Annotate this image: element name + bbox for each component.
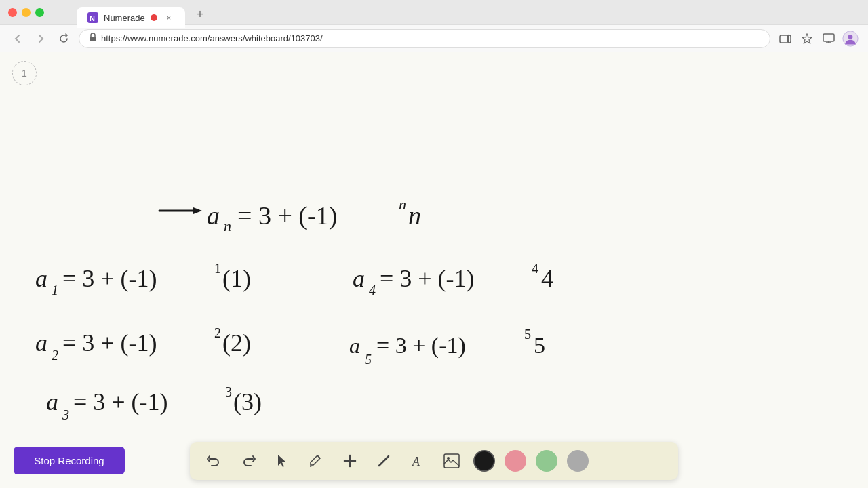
redo-icon bbox=[241, 453, 256, 468]
select-tool-button[interactable] bbox=[270, 449, 294, 473]
forward-button[interactable] bbox=[33, 30, 49, 47]
image-button[interactable] bbox=[439, 449, 464, 473]
stop-recording-button[interactable]: Stop Recording bbox=[14, 447, 125, 474]
text-tool-button[interactable]: A bbox=[406, 449, 430, 473]
eraser-icon bbox=[376, 453, 391, 468]
svg-marker-5 bbox=[802, 34, 812, 43]
new-tab-button[interactable]: + bbox=[191, 5, 210, 24]
svg-text:5: 5 bbox=[365, 352, 372, 367]
pen-tool-button[interactable] bbox=[304, 449, 328, 473]
color-gray[interactable] bbox=[567, 450, 589, 472]
svg-text:= 3 + (-1): = 3 + (-1) bbox=[376, 333, 466, 359]
svg-text:3: 3 bbox=[62, 407, 69, 422]
redo-button[interactable] bbox=[236, 449, 260, 473]
pen-icon bbox=[309, 453, 323, 468]
back-icon bbox=[12, 33, 23, 44]
close-window-button[interactable] bbox=[8, 8, 17, 17]
svg-text:4: 4 bbox=[541, 265, 553, 292]
undo-button[interactable] bbox=[202, 449, 226, 473]
close-tab-button[interactable]: × bbox=[163, 12, 174, 23]
svg-text:a: a bbox=[353, 265, 365, 292]
svg-rect-6 bbox=[823, 34, 834, 41]
select-icon bbox=[275, 453, 290, 468]
browser-toolbar-right bbox=[777, 30, 859, 47]
svg-text:2: 2 bbox=[214, 325, 221, 340]
active-tab[interactable]: N Numerade × bbox=[77, 7, 185, 28]
color-black[interactable] bbox=[473, 450, 495, 472]
svg-rect-2 bbox=[90, 37, 96, 41]
svg-text:(3): (3) bbox=[233, 388, 262, 415]
svg-text:1: 1 bbox=[214, 261, 221, 276]
whiteboard-page: 1 a n = 3 + (-1) n n a 1 = 3 + (-1) 1 (1… bbox=[0, 52, 868, 488]
color-green[interactable] bbox=[536, 450, 557, 472]
svg-text:4: 4 bbox=[532, 261, 538, 276]
svg-point-10 bbox=[848, 35, 853, 39]
svg-text:= 3 + (-1): = 3 + (-1) bbox=[62, 265, 157, 292]
svg-text:2: 2 bbox=[52, 348, 58, 363]
svg-text:n: n bbox=[224, 218, 231, 235]
refresh-button[interactable] bbox=[56, 30, 72, 47]
address-bar: https://www.numerade.com/answers/whitebo… bbox=[0, 24, 868, 52]
url-bar[interactable]: https://www.numerade.com/answers/whitebo… bbox=[79, 29, 770, 48]
recording-indicator bbox=[151, 14, 157, 21]
svg-text:(2): (2) bbox=[222, 329, 251, 357]
svg-marker-4 bbox=[787, 34, 789, 43]
svg-text:N: N bbox=[90, 14, 95, 22]
svg-text:= 3 + (-1): = 3 + (-1) bbox=[62, 329, 157, 357]
svg-text:= 3 + (-1): = 3 + (-1) bbox=[73, 388, 168, 415]
camera-icon[interactable] bbox=[777, 30, 793, 47]
svg-text:n: n bbox=[399, 196, 406, 213]
undo-icon bbox=[207, 453, 222, 468]
svg-text:5: 5 bbox=[524, 327, 531, 342]
svg-text:a: a bbox=[46, 388, 58, 415]
add-button[interactable] bbox=[338, 449, 362, 473]
back-button[interactable] bbox=[9, 30, 26, 47]
title-bar: N Numerade × + bbox=[0, 0, 868, 24]
svg-text:4: 4 bbox=[369, 283, 376, 298]
window-controls bbox=[8, 8, 44, 17]
star-icon[interactable] bbox=[799, 30, 815, 47]
svg-text:1: 1 bbox=[52, 283, 58, 298]
svg-text:3: 3 bbox=[225, 384, 232, 399]
svg-text:(1): (1) bbox=[222, 265, 251, 292]
svg-marker-12 bbox=[193, 207, 202, 214]
svg-text:= 3 + (-1): = 3 + (-1) bbox=[237, 201, 337, 230]
svg-text:a: a bbox=[349, 333, 360, 358]
refresh-icon bbox=[58, 33, 69, 44]
svg-text:a: a bbox=[35, 265, 47, 292]
drawing-toolbar: A bbox=[190, 442, 678, 480]
whiteboard-content: a n = 3 + (-1) n n a 1 = 3 + (-1) 1 (1) … bbox=[0, 52, 868, 488]
svg-text:5: 5 bbox=[534, 333, 545, 358]
favicon-icon: N bbox=[87, 12, 98, 23]
profile-icon[interactable] bbox=[842, 30, 859, 47]
svg-text:a: a bbox=[207, 201, 220, 230]
svg-text:= 3 + (-1): = 3 + (-1) bbox=[380, 265, 475, 292]
svg-text:A: A bbox=[412, 455, 420, 468]
minimize-window-button[interactable] bbox=[22, 8, 31, 17]
color-pink[interactable] bbox=[505, 450, 526, 472]
eraser-button[interactable] bbox=[372, 449, 396, 473]
svg-line-45 bbox=[379, 456, 389, 466]
url-text: https://www.numerade.com/answers/whitebo… bbox=[101, 33, 323, 43]
add-icon bbox=[342, 453, 357, 468]
image-icon bbox=[443, 453, 460, 468]
text-icon: A bbox=[410, 453, 425, 468]
svg-text:a: a bbox=[35, 329, 47, 357]
svg-text:n: n bbox=[408, 201, 421, 230]
maximize-window-button[interactable] bbox=[35, 8, 44, 17]
monitor-icon[interactable] bbox=[821, 30, 837, 47]
forward-icon bbox=[35, 33, 46, 44]
lock-icon bbox=[89, 33, 97, 44]
tab-label: Numerade bbox=[104, 13, 145, 23]
